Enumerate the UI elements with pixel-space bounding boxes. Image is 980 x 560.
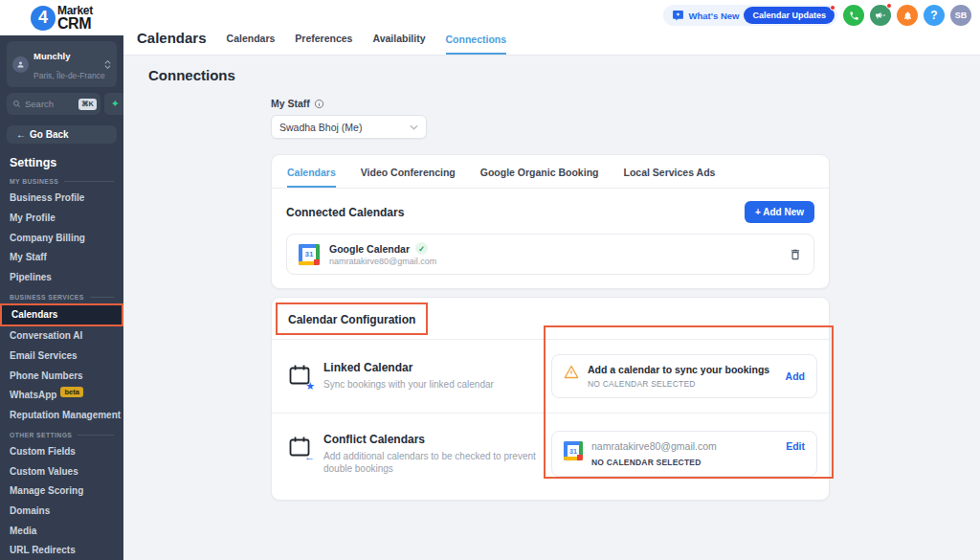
announcements-button[interactable]	[870, 5, 891, 26]
connections-card: Calendars Video Conferencing Google Orga…	[271, 154, 830, 289]
location-avatar-icon	[12, 56, 29, 73]
connected-calendar-row: 31 Google Calendar ✓ namratakirve80@gmai…	[286, 234, 814, 275]
search-shortcut-badge: ⌘K	[78, 99, 97, 110]
staff-select[interactable]: Swadha Bhoj (Me)	[271, 115, 427, 139]
calendar-configuration-title: Calendar Configuration	[288, 313, 415, 326]
linked-calendar-desc: Sync bookings with your linked calendar	[323, 378, 494, 392]
megaphone-icon	[875, 10, 886, 21]
sidebar-item-conversation-ai[interactable]: Conversation AI	[0, 326, 123, 347]
whats-new-pill[interactable]: What's New Calendar Updates	[663, 5, 837, 26]
calendar-updates-button[interactable]: Calendar Updates	[744, 7, 835, 24]
sidebar: 4 Market CRM Munchly Paris, Île-de-Franc…	[0, 0, 123, 560]
conflict-card-email: namratakirve80@gmail.com	[591, 440, 777, 452]
question-icon: ?	[930, 9, 937, 22]
logo-name-top: Market	[57, 5, 93, 16]
bell-icon	[902, 11, 913, 21]
google-calendar-icon: 31	[299, 244, 320, 265]
google-calendar-icon: 31	[564, 441, 583, 460]
conflict-calendars-desc: Add additional calendars to be checked t…	[323, 450, 538, 476]
sync-calendar-card: Add a calendar to sync your bookings NO …	[551, 354, 817, 398]
phone-icon	[849, 11, 859, 21]
add-link[interactable]: Add	[786, 370, 805, 382]
sidebar-item-calendars[interactable]: Calendars	[0, 303, 123, 326]
beta-badge: beta	[60, 387, 82, 397]
trash-icon[interactable]	[789, 248, 802, 261]
sync-card-status: NO CALENDAR SELECTED	[588, 379, 777, 389]
sidebar-item-phone-numbers[interactable]: Phone Numbers	[0, 366, 123, 386]
card-tab-google-organic-booking[interactable]: Google Organic Booking	[480, 167, 599, 188]
sidebar-search[interactable]: ⌘K	[7, 93, 100, 115]
sidebar-item-url-redirects[interactable]: URL Redirects	[0, 540, 123, 560]
conflict-calendars-title: Conflict Calendars	[323, 433, 538, 446]
search-input[interactable]	[25, 99, 75, 109]
sync-card-title: Add a calendar to sync your bookings	[588, 364, 777, 375]
connected-check-icon: ✓	[415, 242, 428, 255]
header-title: Calendars	[137, 30, 207, 55]
whats-new-label: What's New	[689, 11, 740, 21]
tab-preferences[interactable]: Preferences	[295, 33, 352, 55]
linked-calendar-title: Linked Calendar	[323, 361, 494, 374]
section-label-my-business: MY BUSINESS	[0, 171, 123, 188]
calendar-configuration-card: Calendar Configuration ★ Linked Calendar…	[271, 297, 830, 501]
tab-calendars[interactable]: Calendars	[227, 33, 276, 55]
sidebar-item-email-services[interactable]: Email Services	[0, 346, 123, 366]
whats-new-icon	[672, 10, 684, 22]
page-title: Connections	[148, 67, 980, 83]
card-tab-local-services-ads[interactable]: Local Services Ads	[623, 167, 715, 188]
add-new-button[interactable]: + Add New	[745, 201, 814, 223]
notification-dot	[886, 3, 892, 9]
location-switcher[interactable]: Munchly Paris, Île-de-France	[7, 41, 117, 87]
logo-4-icon: 4	[31, 6, 56, 31]
chevron-updown-icon	[104, 60, 111, 69]
connected-calendars-title: Connected Calendars	[286, 206, 404, 219]
conflict-card-status: NO CALENDAR SELECTED	[591, 458, 777, 467]
section-label-business-services: BUSINESS SERVICES	[0, 287, 123, 303]
card-tab-video-conferencing[interactable]: Video Conferencing	[361, 167, 456, 188]
staff-label: My Staff	[271, 98, 310, 109]
sidebar-item-business-profile[interactable]: Business Profile	[0, 188, 123, 208]
search-icon	[12, 100, 21, 108]
logo-name-bottom: CRM	[57, 16, 93, 32]
sidebar-item-pipelines[interactable]: Pipelines	[0, 267, 123, 287]
user-avatar[interactable]: SB	[950, 5, 971, 26]
help-button[interactable]: ?	[924, 5, 945, 26]
edit-link[interactable]: Edit	[786, 440, 805, 452]
app-logo: 4 Market CRM	[0, 0, 123, 35]
info-icon	[314, 99, 324, 109]
sidebar-item-domains[interactable]: Domains	[0, 501, 123, 521]
location-name: Munchly	[33, 51, 71, 61]
sidebar-item-media[interactable]: Media	[0, 521, 123, 541]
sidebar-item-manage-scoring[interactable]: Manage Scoring	[0, 481, 123, 501]
back-arrow-icon: ←	[16, 129, 26, 140]
sparkle-icon: ✦	[111, 98, 120, 110]
calendar-email: namratakirve80@gmail.com	[329, 257, 779, 266]
sidebar-item-company-billing[interactable]: Company Billing	[0, 228, 123, 248]
location-subtitle: Paris, Île-de-France	[33, 71, 105, 80]
sidebar-item-my-profile[interactable]: My Profile	[0, 208, 123, 228]
go-back-button[interactable]: ← Go Back	[7, 125, 117, 144]
sidebar-item-custom-fields[interactable]: Custom Fields	[0, 441, 123, 461]
sidebar-item-whatsapp[interactable]: WhatsApp beta	[0, 386, 123, 406]
sidebar-item-reputation-management[interactable]: Reputation Management	[0, 405, 123, 425]
sidebar-item-custom-values[interactable]: Custom Values	[0, 461, 123, 482]
tab-connections[interactable]: Connections	[446, 34, 507, 56]
conflict-calendars-icon: ←	[287, 435, 312, 459]
card-tab-calendars[interactable]: Calendars	[287, 167, 336, 188]
annotation-box-config-title: Calendar Configuration	[276, 302, 428, 335]
notifications-button[interactable]	[897, 5, 918, 26]
top-header: What's New Calendar Updates ? SB Calenda…	[123, 0, 980, 56]
conflict-calendar-card: 31 namratakirve80@gmail.com NO CALENDAR …	[551, 431, 817, 477]
calendar-name: Google Calendar	[329, 243, 410, 255]
phone-button[interactable]	[843, 5, 864, 26]
go-back-label: Go Back	[30, 129, 69, 140]
notification-dot	[830, 5, 835, 11]
section-label-other-settings: OTHER SETTINGS	[0, 425, 123, 441]
sidebar-item-my-staff[interactable]: My Staff	[0, 247, 123, 267]
tab-availability[interactable]: Availability	[372, 33, 425, 55]
chevron-down-icon	[410, 124, 418, 130]
linked-calendar-icon: ★	[287, 363, 312, 388]
quick-add-button[interactable]: ✦	[104, 93, 123, 115]
warning-icon	[564, 365, 579, 379]
settings-title: Settings	[0, 144, 123, 171]
